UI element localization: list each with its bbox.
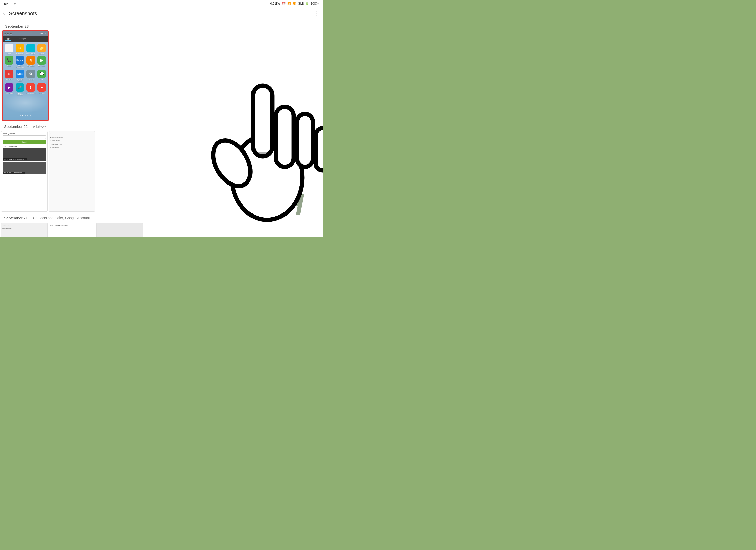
section-sep23: September 23 📷 📷 📷 9:55 PM Apps | Widget…	[0, 20, 323, 121]
my-files-label: My Files	[39, 53, 44, 54]
play-music-label: Play Music	[27, 65, 35, 67]
third-thumbnail-sep21[interactable]	[96, 223, 143, 237]
back-button[interactable]: ‹	[3, 10, 5, 17]
dot-1	[20, 115, 21, 116]
phone-tabs: Apps | Widgets ⬇	[3, 36, 48, 42]
s-planner-label: S Planner	[6, 79, 12, 80]
dot-5	[30, 115, 31, 116]
google-account-thumbnail[interactable]: Add a Google Account	[49, 223, 95, 237]
app-talk[interactable]: 💬 Talk	[37, 70, 46, 82]
wikihow-item-2-label: How to Reset a Samsung Galaxy S3	[3, 172, 25, 174]
wikihow-ask-section: Ask a Question Submit	[3, 133, 46, 144]
app-samsung-apps[interactable]: Apps Samsung Apps	[15, 70, 24, 82]
s-planner-icon: 31	[5, 70, 13, 78]
toolbar: ‹ Screenshots ⋮	[0, 7, 323, 20]
talk-label: Talk	[40, 79, 43, 80]
phone-status-bar: 📷 📷 📷 9:55 PM	[3, 31, 48, 36]
sep21-date: September 21	[4, 216, 28, 220]
sep22-pipe: |	[30, 124, 31, 129]
samsung-apps-icon: Apps	[16, 70, 24, 78]
sep21-grid: Recents New contact Add a Google Account	[0, 222, 323, 237]
app-play-store[interactable]: ▶ Play Store	[37, 56, 46, 68]
notes-line-5: 5. final notes...	[50, 147, 93, 148]
memo-icon: T	[5, 44, 13, 52]
apps-grid: T Memo ✉ Messaging ♪ Music Player 📁	[3, 42, 48, 97]
wikihow-submit-btn[interactable]: Submit	[3, 140, 46, 144]
sep22-date: September 22	[4, 124, 28, 129]
download-icon: ⬇	[44, 37, 46, 40]
settings-label: Settings	[28, 79, 34, 80]
contacts-thumbnail[interactable]: Recents New contact	[1, 223, 48, 237]
talk-icon: 💬	[37, 70, 46, 78]
music-player-icon: ♪	[26, 44, 35, 52]
new-contact-label: New contact	[2, 228, 46, 229]
alarm-icon: ⏰	[282, 2, 286, 5]
voice-recorder-icon: 🎤	[16, 83, 24, 92]
play-music-icon: ♫	[26, 56, 35, 65]
wikihow-item-2[interactable]: How to Reset a Samsung Galaxy S3	[3, 162, 46, 174]
app-my-files[interactable]: 📁 My Files	[37, 44, 46, 54]
battery-icon: 🔋	[305, 2, 309, 5]
app-messaging[interactable]: ✉ Messaging	[15, 44, 24, 54]
samsung-apps-label: Samsung Apps	[15, 79, 24, 82]
wh-watermark: wH	[260, 187, 302, 222]
play-store-icon: ▶	[37, 56, 46, 65]
phone-time: 9:55 PM	[40, 33, 46, 35]
status-time: 5:42 PM	[4, 2, 16, 6]
signal-icon: 📶	[293, 2, 296, 5]
widgets-tab[interactable]: Widgets	[18, 37, 27, 40]
memo-label: Memo	[7, 53, 11, 54]
wikihow-ask-label: Ask a Question	[3, 133, 46, 135]
play-newsstand-icon: Play N.	[16, 56, 24, 65]
notes-line-2: 2. some text here...	[50, 136, 93, 138]
wikihow-thumbnail[interactable]: Ask a Question Submit Related wikiHows H…	[1, 131, 48, 212]
sep21-pipe: |	[30, 216, 31, 220]
phone-label: Phone	[7, 65, 11, 67]
app-settings[interactable]: ⚙ Settings	[26, 70, 36, 82]
sep23-thumbnail[interactable]: 📷 📷 📷 9:55 PM Apps | Widgets ⬇	[2, 30, 49, 121]
battery-percent: 100%	[311, 2, 319, 5]
voice-search-icon: 🎙	[26, 83, 35, 92]
wikihow-submit-text: Submit	[22, 141, 27, 143]
notes-line-1: 1. ...	[50, 133, 93, 134]
phone-screen: 📷 📷 📷 9:55 PM Apps | Widgets ⬇	[3, 31, 48, 120]
dot-2	[22, 115, 23, 116]
youtube-icon: ▶	[37, 83, 46, 92]
messaging-label: Messaging	[16, 53, 23, 54]
settings-icon: ⚙	[26, 70, 35, 78]
wifi-icon: 📶	[287, 2, 291, 5]
sep22-header: September 22 | wikiHow	[0, 121, 323, 130]
wikihow-input	[3, 135, 46, 139]
phone-icon: 📞	[5, 56, 13, 65]
messaging-icon: ✉	[16, 44, 24, 52]
notes-line-4: 4. additional info...	[50, 143, 93, 145]
sep23-label: September 23	[1, 21, 322, 30]
apps-tab[interactable]: Apps	[5, 37, 11, 41]
app-music-player[interactable]: ♪ Music Player	[26, 44, 36, 54]
more-options-button[interactable]: ⋮	[314, 10, 320, 17]
sep21-desc: Contacts and dialer, Google Account...	[33, 216, 93, 220]
watermark-h: H	[282, 188, 302, 221]
app-play-newsstand[interactable]: Play N. Play Newsstand	[15, 56, 24, 68]
page-title: Screenshots	[9, 11, 314, 16]
wikihow-screen: Ask a Question Submit Related wikiHows H…	[1, 131, 47, 211]
contacts-label: Recents	[2, 224, 46, 227]
wikihow-item-1[interactable]: How to Unlock Samsung Galaxy S3 (S3)	[3, 148, 46, 161]
add-google-account-label: Add a Google Account	[50, 224, 94, 227]
phone-wallpaper	[3, 93, 48, 113]
app-s-planner[interactable]: 31 S Planner	[4, 70, 14, 82]
dot-4	[27, 115, 28, 116]
network-speed: 0.01K/s	[270, 2, 281, 5]
play-newsstand-label: Play Newsstand	[15, 65, 24, 68]
notes-line-3: 3. more notes...	[50, 140, 93, 141]
music-player-label: Music Player	[26, 53, 35, 54]
wikihow-related-label: Related wikiHows	[3, 145, 46, 147]
status-right: 0.01K/s ⏰ 📶 📶 GLB 🔋 100%	[270, 2, 319, 5]
notes-thumbnail[interactable]: 1. ... 2. some text here... 3. more note…	[49, 131, 95, 212]
dot-3	[25, 115, 26, 116]
watermark-w: w	[260, 188, 282, 221]
app-phone[interactable]: 📞 Phone	[4, 56, 14, 68]
app-play-music[interactable]: ♫ Play Music	[26, 56, 36, 68]
app-memo[interactable]: T Memo	[4, 44, 14, 54]
phone-icons: 📷 📷 📷	[4, 33, 12, 35]
